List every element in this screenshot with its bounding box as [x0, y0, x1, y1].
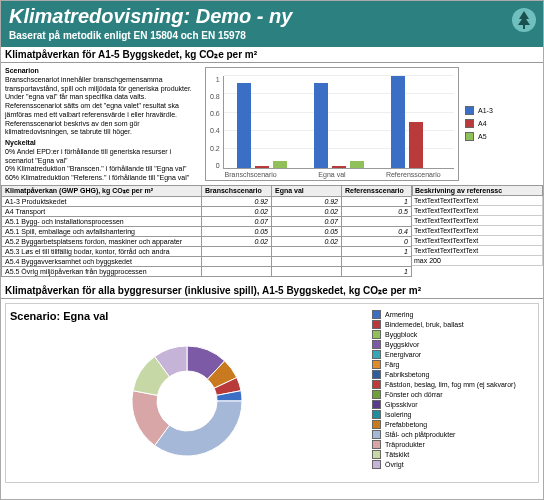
page-header: Klimatredovisning: Demo - ny Baserat på … — [1, 1, 543, 47]
nyckeltal-3: 60% Klimatreduktion "Referens." i förhål… — [5, 174, 197, 183]
page-subtitle: Baserat på metodik enligt EN 15804 och E… — [9, 30, 535, 41]
section-title-a15: Klimatpåverkan för A1-5 Byggskedet, kg C… — [1, 47, 543, 63]
bar-chart: 10.80.60.40.20 BranschscenarioEgna valRe… — [201, 63, 543, 185]
gwp-table-wrap: Klimatpåverkan (GWP GHG), kg CO₂e per m²… — [1, 185, 543, 277]
scenario-text: Scenarion Branschscenariot innehåller br… — [1, 63, 201, 185]
svg-rect-1 — [523, 25, 525, 29]
donut-legend: ArmeringBindemedel, bruk, ballastByggblo… — [368, 304, 538, 482]
gwp-table: Klimatpåverkan (GWP GHG), kg CO₂e per m²… — [1, 185, 412, 277]
scenario-head: Scenarion — [5, 67, 197, 76]
donut-chart — [97, 326, 277, 476]
nyckeltal-2: 0% Klimatreduktion "Branscen." i förhåll… — [5, 165, 197, 174]
logo-icon — [511, 7, 537, 35]
reference-description: Beskrivning av referensscTextTextTextTex… — [412, 185, 543, 277]
page-title: Klimatredovisning: Demo - ny — [9, 5, 535, 28]
scenario-body: Branschscenariot innehåller branschgemen… — [5, 76, 197, 137]
bar-chart-legend: A1-3A4A5 — [459, 67, 539, 181]
donut-title: Scenario: Egna val — [10, 310, 364, 322]
nyckeltal-head: Nyckeltal — [5, 139, 197, 148]
bar-chart-yaxis: 10.80.60.40.20 — [210, 76, 223, 169]
section-title-all: Klimatpåverkan för alla byggresurser (in… — [1, 283, 543, 299]
bar-chart-bars — [223, 76, 454, 169]
donut-section: Scenario: Egna val ArmeringBindemedel, b… — [5, 303, 539, 483]
upper-block: Scenarion Branschscenariot innehåller br… — [1, 63, 543, 185]
nyckeltal-1: 0% Andel EPD:er i förhållande till gener… — [5, 148, 197, 166]
bar-chart-xlabels: BranschscenarioEgna valReferensscenario — [210, 171, 454, 178]
